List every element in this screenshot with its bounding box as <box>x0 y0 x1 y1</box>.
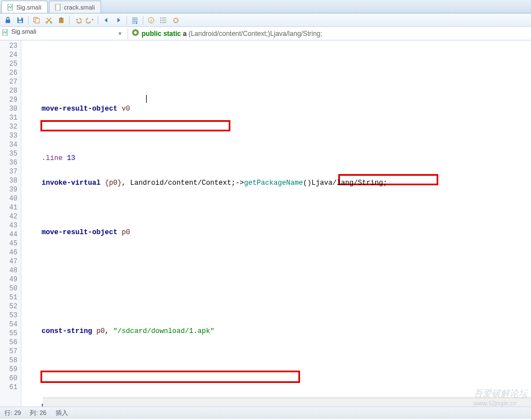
copy-button[interactable] <box>31 15 42 26</box>
svg-point-15 <box>160 22 161 23</box>
svg-rect-10 <box>60 17 62 19</box>
method-name: a <box>183 30 187 38</box>
code-line: move-result-object p0 <box>21 228 531 237</box>
code-line <box>21 277 531 286</box>
lock-button[interactable] <box>2 15 13 26</box>
code-line: const-string p0, "/sdcard/download/1.apk… <box>21 327 531 336</box>
status-bar: 行: 29 列: 26 插入 <box>0 407 531 419</box>
code-line <box>21 302 531 311</box>
main-toolbar: J <box>0 13 531 27</box>
toolbar-separator <box>69 16 70 25</box>
nav-forward-button[interactable] <box>113 15 124 26</box>
code-line: invoke-virtual {p0}, Landroid/content/Co… <box>21 179 531 188</box>
line-number: 58 <box>0 356 21 365</box>
toolbar-separator <box>28 16 29 25</box>
line-number: 47 <box>0 257 21 266</box>
list-button[interactable] <box>158 15 169 26</box>
toolbar-separator <box>98 16 98 25</box>
line-number-gutter: 2324252627282930313233343536373839404142… <box>0 40 21 407</box>
status-col: 列: 26 <box>30 409 46 417</box>
method-icon <box>131 29 139 38</box>
line-number: 51 <box>0 293 21 302</box>
tab-label: Sig.smali <box>16 4 42 11</box>
svg-rect-4 <box>19 21 22 22</box>
context-file-name: Sig.smali <box>11 28 115 39</box>
line-number: 45 <box>0 239 21 248</box>
line-number: 46 <box>0 248 21 257</box>
code-line <box>21 253 531 262</box>
line-number: 27 <box>0 77 21 86</box>
paste-button[interactable] <box>56 15 67 26</box>
line-number: 59 <box>0 365 21 374</box>
smali-file-icon <box>2 29 9 38</box>
chevron-down-icon[interactable]: ▼ <box>117 31 125 36</box>
line-number: 34 <box>0 140 21 149</box>
line-number: 35 <box>0 149 21 158</box>
code-line <box>21 376 531 385</box>
line-number: 31 <box>0 113 21 122</box>
code-editor[interactable]: move-result-object v0 .line 13 invoke-vi… <box>21 40 531 407</box>
context-method[interactable]: public static a (Landroid/content/Contex… <box>128 29 531 38</box>
line-number: 25 <box>0 60 21 69</box>
line-number: 43 <box>0 221 21 230</box>
save-button[interactable] <box>15 15 26 26</box>
tab-crack-smali[interactable]: crack.smali <box>49 1 101 13</box>
svg-rect-1 <box>56 4 60 11</box>
line-number: 38 <box>0 176 21 185</box>
status-mode: 插入 <box>56 409 68 417</box>
toolbar-separator <box>143 16 143 25</box>
line-number: 32 <box>0 122 21 131</box>
svg-point-14 <box>160 20 161 21</box>
smali-file-icon <box>55 4 62 11</box>
context-bar: Sig.smali ▼ public static a (Landroid/co… <box>0 27 531 40</box>
nav-back-button[interactable] <box>101 15 112 26</box>
horizontal-scrollbar[interactable] <box>43 398 531 407</box>
line-number: 52 <box>0 302 21 311</box>
smali-file-icon <box>7 4 14 11</box>
code-line: .line 13 <box>21 154 531 163</box>
line-number: 42 <box>0 212 21 221</box>
line-number: 41 <box>0 203 21 212</box>
svg-text:J: J <box>150 19 152 22</box>
code-line <box>21 351 531 360</box>
line-number: 60 <box>0 374 21 383</box>
indent-button[interactable] <box>129 15 140 26</box>
line-number: 55 <box>0 329 21 338</box>
cut-button[interactable] <box>43 15 55 26</box>
line-number: 23 <box>0 42 21 51</box>
tab-sig-smali[interactable]: Sig.smali <box>1 1 48 13</box>
line-number: 29 <box>0 95 21 104</box>
editor-area: 2324252627282930313233343536373839404142… <box>0 40 531 407</box>
java-icon-button[interactable]: J <box>146 15 157 26</box>
line-number: 50 <box>0 284 21 293</box>
text-cursor <box>146 95 147 103</box>
line-number: 53 <box>0 311 21 320</box>
context-file-selector[interactable]: Sig.smali ▼ <box>0 28 128 39</box>
redo-button[interactable] <box>84 15 96 26</box>
svg-rect-3 <box>19 17 21 20</box>
undo-button[interactable] <box>72 15 83 26</box>
line-number: 54 <box>0 320 21 329</box>
refresh-button[interactable] <box>170 15 181 26</box>
line-number: 36 <box>0 158 21 167</box>
line-number: 44 <box>0 230 21 239</box>
line-number: 24 <box>0 51 21 60</box>
tab-label: crack.smali <box>64 4 95 11</box>
line-number: 48 <box>0 266 21 275</box>
line-number: 39 <box>0 185 21 194</box>
svg-point-18 <box>134 31 137 34</box>
svg-rect-9 <box>59 18 63 23</box>
line-number: 26 <box>0 69 21 77</box>
code-line <box>21 129 531 138</box>
method-signature: (Landroid/content/Context;)Ljava/lang/St… <box>188 30 322 38</box>
line-number: 56 <box>0 338 21 347</box>
line-number: 33 <box>0 131 21 140</box>
line-number: 28 <box>0 86 21 95</box>
code-line: move-result-object v0 <box>21 104 531 113</box>
status-row: 行: 29 <box>4 409 21 417</box>
file-tabs-bar: Sig.smali crack.smali <box>0 0 531 13</box>
line-number: 40 <box>0 194 21 203</box>
toolbar-separator <box>126 16 127 25</box>
line-number: 57 <box>0 347 21 356</box>
line-number: 37 <box>0 167 21 176</box>
